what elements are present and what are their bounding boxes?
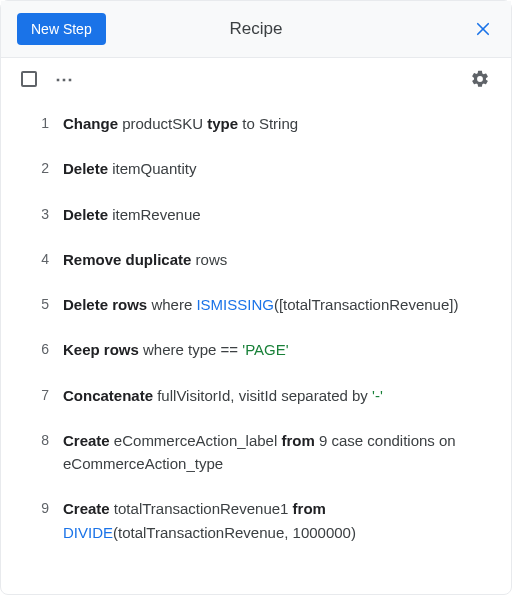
steps-list: 1Change productSKU type to String2Delete…: [1, 94, 511, 594]
step-token: itemQuantity: [112, 160, 196, 177]
toolbar: ⋯: [1, 58, 511, 94]
step-token: totalTransactionRevenue1: [114, 500, 293, 517]
step-number: 6: [21, 338, 49, 361]
close-button[interactable]: [471, 17, 495, 41]
step-token: DIVIDE: [63, 524, 113, 541]
step-body: Delete rows where ISMISSING([totalTransa…: [63, 293, 458, 316]
step-body: Create totalTransactionRevenue1 from DIV…: [63, 497, 491, 544]
step-token: (totalTransactionRevenue, 1000000): [113, 524, 356, 541]
step-token: itemRevenue: [112, 206, 200, 223]
step-token: eCommerceAction_label: [114, 432, 282, 449]
step-body: Remove duplicate rows: [63, 248, 227, 271]
step-token: from: [293, 500, 326, 517]
recipe-panel: New Step Recipe ⋯ 1Change productSKU typ…: [0, 0, 512, 595]
step-token: rows: [196, 251, 228, 268]
step-token: Change: [63, 115, 122, 132]
recipe-step[interactable]: 4Remove duplicate rows: [21, 248, 491, 271]
recipe-step[interactable]: 7Concatenate fullVisitorId, visitId sepa…: [21, 384, 491, 407]
close-icon: [474, 20, 492, 38]
step-number: 9: [21, 497, 49, 520]
step-token: type: [207, 115, 242, 132]
step-body: Create eCommerceAction_label from 9 case…: [63, 429, 491, 476]
recipe-step[interactable]: 8Create eCommerceAction_label from 9 cas…: [21, 429, 491, 476]
step-number: 1: [21, 112, 49, 135]
step-token: fullVisitorId, visitId separated by: [157, 387, 372, 404]
step-token: 'PAGE': [242, 341, 288, 358]
step-token: from: [281, 432, 319, 449]
step-token: where: [151, 296, 196, 313]
step-body: Keep rows where type == 'PAGE': [63, 338, 289, 361]
step-body: Concatenate fullVisitorId, visitId separ…: [63, 384, 383, 407]
recipe-step[interactable]: 1Change productSKU type to String: [21, 112, 491, 135]
step-token: Concatenate: [63, 387, 157, 404]
step-body: Delete itemRevenue: [63, 203, 201, 226]
more-menu-button[interactable]: ⋯: [55, 70, 75, 88]
step-number: 2: [21, 157, 49, 180]
recipe-step[interactable]: 6Keep rows where type == 'PAGE': [21, 338, 491, 361]
recipe-step[interactable]: 3Delete itemRevenue: [21, 203, 491, 226]
new-step-button[interactable]: New Step: [17, 13, 106, 45]
step-token: ISMISSING: [196, 296, 274, 313]
recipe-step[interactable]: 5Delete rows where ISMISSING([totalTrans…: [21, 293, 491, 316]
step-number: 7: [21, 384, 49, 407]
select-all-checkbox[interactable]: [21, 71, 37, 87]
recipe-step[interactable]: 9Create totalTransactionRevenue1 from DI…: [21, 497, 491, 544]
step-token: ([totalTransactionRevenue]): [274, 296, 459, 313]
step-number: 8: [21, 429, 49, 452]
step-body: Change productSKU type to String: [63, 112, 298, 135]
step-token: Keep rows: [63, 341, 143, 358]
step-body: Delete itemQuantity: [63, 157, 196, 180]
step-token: Remove duplicate: [63, 251, 196, 268]
gear-icon: [470, 69, 490, 89]
step-token: Create: [63, 500, 114, 517]
step-token: productSKU: [122, 115, 207, 132]
step-token: where type ==: [143, 341, 242, 358]
step-token: Delete: [63, 160, 112, 177]
step-number: 5: [21, 293, 49, 316]
panel-header: New Step Recipe: [1, 1, 511, 58]
step-token: Delete: [63, 206, 112, 223]
step-token: Create: [63, 432, 114, 449]
recipe-step[interactable]: 2Delete itemQuantity: [21, 157, 491, 180]
settings-button[interactable]: [469, 68, 491, 90]
step-token: '-': [372, 387, 383, 404]
more-icon: ⋯: [55, 69, 75, 89]
step-number: 4: [21, 248, 49, 271]
step-number: 3: [21, 203, 49, 226]
step-token: Delete rows: [63, 296, 151, 313]
step-token: to String: [242, 115, 298, 132]
